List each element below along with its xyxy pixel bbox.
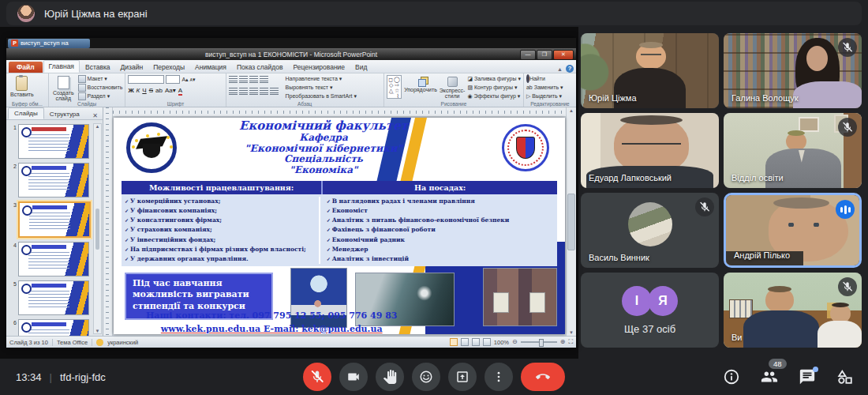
tile-vasyl-vynnyk[interactable]: Василь Винник (581, 193, 719, 268)
fit-window-icon[interactable]: ⛶ (568, 339, 573, 345)
slide-canvas[interactable]: Економічний факультет Кафедра "Економічн… (114, 118, 565, 334)
panel-close-icon[interactable]: ✕ (89, 112, 101, 119)
indent-increase-icon[interactable] (260, 75, 268, 83)
minimize-ribbon-icon[interactable]: ▲ (557, 66, 563, 72)
microphone-button[interactable] (303, 363, 331, 391)
present-button[interactable] (448, 363, 477, 391)
numbering-icon[interactable] (239, 75, 248, 83)
section-button[interactable]: Раздел ▾ (78, 92, 123, 100)
italic-button[interactable]: К (137, 87, 140, 94)
find-button[interactable]: Найти (526, 75, 563, 83)
slide-thumbnail-5[interactable]: 5 (7, 280, 93, 315)
tab-home[interactable]: Главная (43, 60, 80, 73)
panel-scrollbar[interactable]: ▲▼ (93, 123, 102, 334)
align-right-icon[interactable] (249, 87, 258, 95)
bold-button[interactable]: Ж (128, 87, 133, 94)
tile-halyna-voloshchuk[interactable]: Галина Волощук (724, 33, 862, 108)
reactions-button[interactable] (412, 363, 440, 391)
tab-transitions[interactable]: Переходы (148, 62, 189, 73)
font-color-button[interactable]: A (178, 87, 182, 96)
ribbon: Вставить Буфер обм... Создать слайд Маке… (6, 73, 576, 107)
justify-icon[interactable] (260, 87, 268, 95)
shadow-button[interactable]: ab (155, 87, 163, 94)
help-icon[interactable]: ? (566, 65, 574, 73)
new-slide-button[interactable]: Создать слайд (51, 75, 76, 103)
sorter-view-icon[interactable] (461, 338, 469, 346)
shape-effects-button[interactable]: ◉ Эффекты фигур ▾ (467, 92, 521, 100)
status-language[interactable]: украинский (107, 339, 138, 346)
font-size-box[interactable] (166, 75, 180, 84)
zoom-out-icon[interactable]: ⊖ (512, 339, 518, 345)
strikethrough-button[interactable]: S (149, 87, 153, 94)
slide-thumbnail-4[interactable]: 4 (7, 242, 93, 276)
grow-font-icon[interactable]: A▴ (181, 76, 188, 83)
camera-button[interactable] (339, 363, 368, 391)
smartart-button[interactable]: Преобразовать в SmartArt ▾ (286, 92, 357, 100)
slideshow-view-icon[interactable] (483, 338, 491, 346)
more-options-button[interactable] (485, 363, 513, 391)
panel-tab-outline[interactable]: Структура (44, 109, 85, 119)
tile-yurii-tsizhma[interactable]: Юрій Ціжма (581, 33, 719, 108)
text-direction-button[interactable]: Направление текста ▾ (286, 75, 357, 83)
align-center-icon[interactable] (239, 87, 248, 95)
person-silhouette (743, 310, 819, 348)
reset-button[interactable]: Восстановить (78, 84, 123, 92)
minimize-icon[interactable]: — (520, 50, 536, 60)
tab-design[interactable]: Дизайн (116, 62, 148, 73)
slide-thumbnail-2[interactable]: 2 (7, 163, 93, 198)
close-icon[interactable]: ✕ (553, 50, 574, 60)
spellcheck-icon[interactable] (96, 339, 103, 346)
powerpoint-window[interactable]: P виступ_вступ на виступ_вступ на 1 ЕКОН… (6, 38, 576, 348)
shrink-font-icon[interactable]: ᴀ▾ (190, 76, 196, 83)
tab-file[interactable]: Файл (9, 62, 43, 73)
normal-view-icon[interactable] (450, 338, 458, 346)
underline-button[interactable]: Ч (142, 87, 146, 94)
shape-outline-button[interactable]: ▨ Контур фигуры ▾ (467, 84, 521, 92)
shapes-gallery[interactable]: ◻◯◇⇨△☆⌒⌇ (387, 75, 402, 99)
chat-button[interactable] (799, 368, 816, 386)
case-button[interactable]: Aa▾ (165, 87, 176, 94)
taskbar-tab[interactable]: P виступ_вступ на (8, 39, 90, 48)
tile-more-participants[interactable]: І Я Ще 37 осіб (581, 273, 719, 348)
columns-icon[interactable] (270, 87, 279, 95)
zoom-in-icon[interactable]: ⊕ (560, 339, 566, 345)
align-left-icon[interactable] (229, 87, 238, 95)
panel-tab-slides[interactable]: Слайды (8, 107, 44, 119)
tile-you[interactable]: Ви (724, 273, 862, 348)
slide-scrollbar[interactable]: ▲▼ (566, 107, 576, 336)
arrange-icon (416, 77, 425, 86)
tab-review[interactable]: Рецензирование (288, 62, 350, 73)
paste-button[interactable]: Вставить (9, 75, 36, 98)
shape-fill-button[interactable]: ◪ Заливка фигуры ▾ (467, 75, 521, 83)
meeting-details-button[interactable] (723, 368, 740, 386)
restore-icon[interactable]: ❐ (537, 50, 552, 60)
tab-insert[interactable]: Вставка (80, 62, 115, 73)
select-button[interactable]: ▷ Выделить ▾ (526, 92, 563, 100)
tile-viddil-osvity[interactable]: Відділ освіти (724, 113, 862, 188)
tile-andrii-pilko[interactable]: Андрій Пілько (724, 193, 862, 268)
contacts-phone: Наші контакти: тел. 097 795 12 55; 095 7… (114, 310, 429, 321)
align-text-button[interactable]: Выровнять текст ▾ (286, 84, 357, 92)
quick-styles-button[interactable]: Экспресс-стили (440, 75, 466, 100)
participants-button[interactable]: 48 (761, 368, 778, 386)
indent-decrease-icon[interactable] (249, 75, 258, 83)
positions-list: В наглядових радах і членами правління Е… (327, 197, 554, 264)
arrange-button[interactable]: Упорядочить (404, 75, 437, 92)
zoom-slider[interactable] (521, 341, 557, 343)
reading-view-icon[interactable] (472, 338, 480, 346)
replace-button[interactable]: ab Заменить ▾ (526, 84, 563, 92)
tab-view[interactable]: Вид (350, 62, 372, 73)
window-title-bar[interactable]: виступ_вступ на 1 ЕКОНОМІСТИ - Microsoft… (6, 48, 576, 60)
font-name-box[interactable] (128, 75, 164, 84)
end-call-button[interactable] (521, 363, 565, 391)
bullets-icon[interactable] (229, 75, 238, 83)
slide-thumbnail-1[interactable]: 1 (7, 124, 93, 159)
slide-thumbnail-6[interactable]: 6 (7, 319, 93, 336)
tab-animations[interactable]: Анимация (190, 62, 231, 73)
activities-button[interactable] (836, 368, 854, 386)
tile-eduard-lapkovskyi[interactable]: Едуард Лапковський (581, 113, 719, 188)
tab-slideshow[interactable]: Показ слайдов (232, 62, 288, 73)
raise-hand-button[interactable] (376, 363, 404, 391)
layout-button[interactable]: Макет ▾ (78, 75, 123, 83)
slide-thumbnail-3-selected[interactable]: 3 (7, 201, 93, 238)
